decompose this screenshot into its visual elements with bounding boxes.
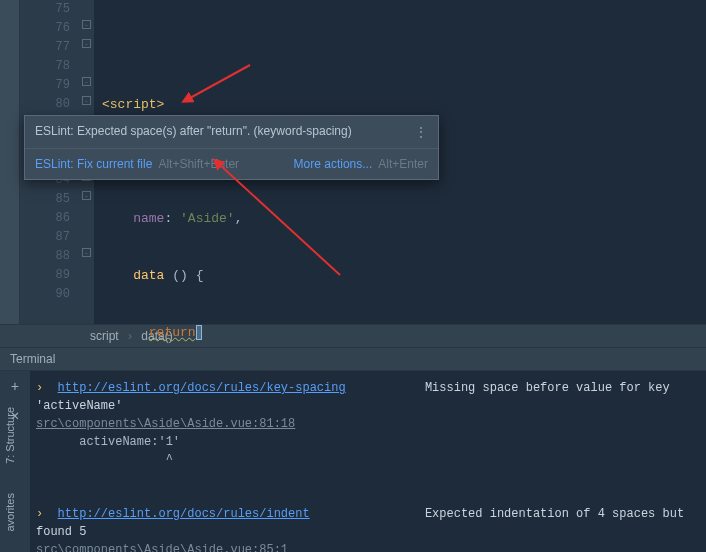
structure-tool-button[interactable]: 7: Structure [4, 407, 16, 464]
shortcut-hint: Alt+Enter [378, 157, 428, 171]
text-caret [196, 325, 202, 340]
fold-marker[interactable]: - [82, 248, 91, 257]
line-number: 80 [20, 95, 70, 114]
fix-file-action[interactable]: ESLint: Fix current file [35, 157, 152, 171]
line-number: 75 [20, 0, 70, 19]
line-number: 77 [20, 38, 70, 57]
left-tool-sidebar [0, 0, 20, 324]
shortcut-hint: Alt+Shift+Enter [158, 157, 239, 171]
more-actions-link[interactable]: More actions... [294, 157, 373, 171]
left-tool-labels: 7: Structure avorites [4, 377, 16, 532]
line-number: 86 [20, 209, 70, 228]
warn-icon: › [36, 507, 43, 521]
fold-marker[interactable]: - [82, 96, 91, 105]
lint-popup: ESLint: Expected space(s) after "return"… [24, 115, 439, 180]
popup-more-icon[interactable]: ⋮ [414, 124, 428, 140]
fold-marker[interactable]: - [82, 20, 91, 29]
warn-icon: › [36, 381, 43, 395]
line-number: 89 [20, 266, 70, 285]
popup-message: ESLint: Expected space(s) after "return"… [35, 124, 352, 140]
fold-marker[interactable]: - [82, 77, 91, 86]
line-number: 85 [20, 190, 70, 209]
line-number: 87 [20, 228, 70, 247]
fold-marker[interactable]: - [82, 191, 91, 200]
line-number: 76 [20, 19, 70, 38]
line-number: 78 [20, 57, 70, 76]
line-number: 88 [20, 247, 70, 266]
line-number: 79 [20, 76, 70, 95]
fold-marker[interactable]: - [82, 39, 91, 48]
line-number: 90 [20, 285, 70, 304]
favorites-tool-button[interactable]: avorites [4, 493, 16, 532]
